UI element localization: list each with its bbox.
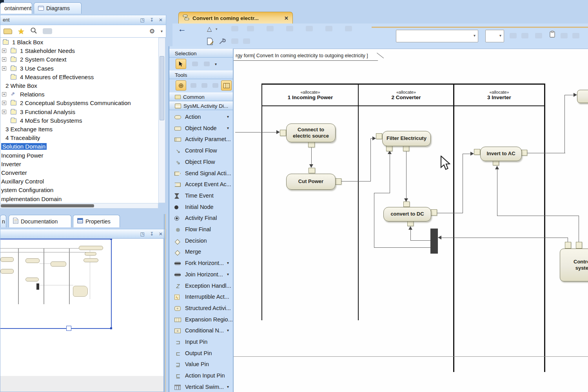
item-caret-icon[interactable]: ▾ <box>227 114 229 119</box>
toolbar-icon[interactable] <box>561 33 568 38</box>
tab-documentation[interactable]: Documentation <box>9 215 71 227</box>
output-pin[interactable] <box>403 146 409 151</box>
tree-item-auxillary-control[interactable]: Auxillary Control <box>0 178 158 186</box>
tab-cut[interactable]: n <box>0 215 6 227</box>
tab-diagrams[interactable]: Diagrams <box>34 2 82 14</box>
swimlane-header-incoming-power[interactable]: «allocate» 1 Incoming Power <box>263 85 358 105</box>
pin-window-icon[interactable]: ↧ <box>150 17 154 23</box>
toolbar-icon[interactable] <box>243 38 250 44</box>
palette-item-merge[interactable]: Merge <box>169 247 233 258</box>
tree-expander-icon[interactable]: + <box>2 92 6 96</box>
palette-item-input-pin[interactable]: ⊐Input Pin <box>169 337 233 348</box>
selection-handle[interactable] <box>110 238 112 240</box>
palette-item-join-horizont[interactable]: Join Horizont...▾ <box>169 269 233 280</box>
toolbar-icon[interactable] <box>247 26 254 31</box>
palette-item-value-pin[interactable]: ⊒Value Pin <box>169 359 233 370</box>
toolbar-icon[interactable] <box>535 33 542 38</box>
zoom-preview[interactable] <box>0 238 164 392</box>
palette-section-selection[interactable]: Selection <box>169 49 233 58</box>
stamp-tool-button[interactable] <box>188 80 199 91</box>
filter-icon[interactable] <box>43 28 52 34</box>
float-window-icon[interactable]: ◳ <box>140 231 145 237</box>
toolbar-icon[interactable] <box>286 26 293 31</box>
favorites-star-icon[interactable]: ★ <box>18 27 25 36</box>
tree-item-2-system-context[interactable]: +2 System Context <box>0 56 158 64</box>
action-node-control-system[interactable]: Contro syste <box>560 249 588 281</box>
tree-item-2-white-box[interactable]: 2 White Box <box>0 82 158 91</box>
tree-expander-icon[interactable]: + <box>2 110 6 114</box>
tree-item-incoming-power[interactable]: Incoming Power <box>0 152 158 160</box>
input-pin[interactable] <box>403 201 410 207</box>
action-node-filter-electricity[interactable]: Filter Electricuty <box>382 131 431 146</box>
input-pin[interactable] <box>386 146 392 151</box>
palette-item-action[interactable]: Action▾ <box>169 112 233 123</box>
palette-item-flow-final[interactable]: ⊗Flow Final <box>169 224 233 235</box>
toolbar-icon[interactable] <box>306 26 313 31</box>
combobox-caret-icon[interactable]: ▾ <box>499 33 501 38</box>
select-cursor-button[interactable] <box>176 59 186 69</box>
tree-vertical-scrollbar[interactable] <box>158 38 165 203</box>
float-window-icon[interactable]: ◳ <box>140 17 145 23</box>
tree-expander-icon[interactable]: + <box>2 57 6 62</box>
input-pin[interactable] <box>407 221 414 226</box>
tree-item-relations[interactable]: +⇗Relations <box>0 91 158 99</box>
toolbar-icon[interactable] <box>345 26 352 31</box>
tree-expander-icon[interactable]: + <box>2 101 6 105</box>
tree-horizontal-scrollbar[interactable] <box>0 203 158 209</box>
palette-item-accept-event-ac[interactable]: Accept Event Ac... <box>169 179 233 190</box>
output-pin[interactable] <box>308 142 315 147</box>
toolbar-icon[interactable] <box>231 26 238 31</box>
input-pin[interactable] <box>474 149 480 155</box>
swimlane-header-inverter[interactable]: «allocate» 3 Inverter <box>454 85 544 105</box>
selection-caret-icon[interactable]: ▾ <box>215 62 217 66</box>
back-button[interactable]: ← <box>178 24 186 34</box>
close-tab-icon[interactable]: ✕ <box>284 15 289 21</box>
toolbar-icon[interactable] <box>325 26 332 31</box>
layout-icon[interactable]: △ <box>207 25 212 33</box>
diagram-canvas[interactable]: rgy form[ Convert In coming electricity … <box>233 49 588 392</box>
item-caret-icon[interactable]: ▾ <box>227 385 229 389</box>
palette-section-tools[interactable]: Tools <box>169 71 233 79</box>
search-icon[interactable] <box>30 27 37 36</box>
toolbar-icon[interactable] <box>267 26 274 31</box>
zoom-select-button[interactable] <box>190 59 200 69</box>
toolbar-combobox-1[interactable]: ▾ <box>396 30 478 42</box>
toolbar-combobox-2[interactable]: ▾ <box>485 30 504 42</box>
tree-item-solution-domain[interactable]: Solution Domain <box>0 143 158 151</box>
action-node-cut-power[interactable]: Cut Power <box>286 174 336 190</box>
pin-window-icon[interactable]: ↧ <box>150 231 154 237</box>
item-caret-icon[interactable]: ▾ <box>227 261 229 265</box>
tree-item-ystem-configuration[interactable]: ystem Configuration <box>0 186 158 195</box>
palette-item-send-signal-acti[interactable]: Send Signal Acti... <box>169 168 233 179</box>
scrollbar-thumb[interactable] <box>1 204 94 207</box>
palette-item-expansion-regio[interactable]: Expansion Regio... <box>169 314 233 325</box>
swimlane-tool-button[interactable] <box>221 80 232 91</box>
palette-item-action-input-pin[interactable]: ⊑Action Input Pin <box>169 370 233 381</box>
palette-item-activity-paramet[interactable]: Activity Paramet... <box>169 134 233 145</box>
resize-handle[interactable] <box>66 326 71 331</box>
palette-item-object-flow[interactable]: ⇘Object Flow <box>169 157 233 168</box>
merge-tool-button[interactable] <box>199 80 210 91</box>
swimlane-header-converter[interactable]: «allocate» 2 Converter <box>359 85 453 105</box>
action-node-invert-to-ac[interactable]: Invert to AC <box>480 147 522 161</box>
item-caret-icon[interactable]: ▾ <box>227 126 229 130</box>
document-properties-icon[interactable] <box>207 38 214 47</box>
tree-item-4-traceability[interactable]: 4 Traceability <box>0 134 158 143</box>
crosshair-tool-button[interactable]: ⊕ <box>176 80 186 91</box>
palette-item-interruptible-act[interactable]: ϟInterruptible Act... <box>169 292 233 303</box>
input-pin[interactable] <box>309 168 315 173</box>
gear-caret-icon[interactable]: ▾ <box>161 29 163 33</box>
toolbar-icon[interactable] <box>572 33 579 38</box>
tree-item-3-exchange-items[interactable]: 3 Exchange Items <box>0 125 158 134</box>
output-pin[interactable] <box>521 150 527 156</box>
tree-item-3-functional-analysis[interactable]: +3 Functional Analysis <box>0 108 158 117</box>
clipboard-icon[interactable] <box>550 31 555 39</box>
input-pin[interactable] <box>280 130 286 136</box>
palette-item-decision[interactable]: Decision <box>169 236 233 247</box>
join-node-bar[interactable] <box>430 229 438 254</box>
palette-item-output-pin[interactable]: ⊏Output Pin <box>169 348 233 359</box>
output-pin[interactable] <box>431 209 437 216</box>
close-panel-icon[interactable]: ✕ <box>159 17 163 23</box>
palette-item-initial-node[interactable]: Initial Node <box>169 202 233 213</box>
tree-item-3-use-cases[interactable]: +3 Use Cases <box>0 65 158 73</box>
